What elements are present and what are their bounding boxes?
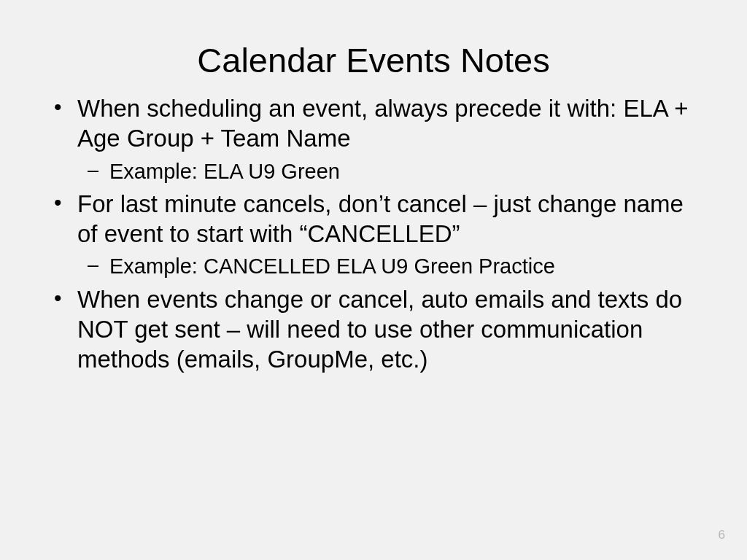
bullet-text: For last minute cancels, don’t cancel – …	[77, 190, 684, 247]
bullet-item: When scheduling an event, always precede…	[77, 93, 696, 184]
sub-bullet-text: Example: ELA U9 Green	[109, 160, 340, 183]
bullet-list: When scheduling an event, always precede…	[51, 93, 696, 374]
slide-container: Calendar Events Notes When scheduling an…	[0, 0, 747, 560]
sub-bullet-item: Example: CANCELLED ELA U9 Green Practice	[109, 253, 696, 279]
bullet-item: For last minute cancels, don’t cancel – …	[77, 189, 696, 280]
bullet-text: When events change or cancel, auto email…	[77, 286, 682, 373]
page-number: 6	[719, 528, 725, 542]
bullet-text: When scheduling an event, always precede…	[77, 95, 688, 152]
sub-bullet-list: Example: CANCELLED ELA U9 Green Practice	[77, 253, 696, 279]
sub-bullet-list: Example: ELA U9 Green	[77, 158, 696, 184]
sub-bullet-item: Example: ELA U9 Green	[109, 158, 696, 184]
sub-bullet-text: Example: CANCELLED ELA U9 Green Practice	[109, 254, 555, 278]
slide-title: Calendar Events Notes	[51, 40, 696, 80]
bullet-item: When events change or cancel, auto email…	[77, 284, 696, 375]
